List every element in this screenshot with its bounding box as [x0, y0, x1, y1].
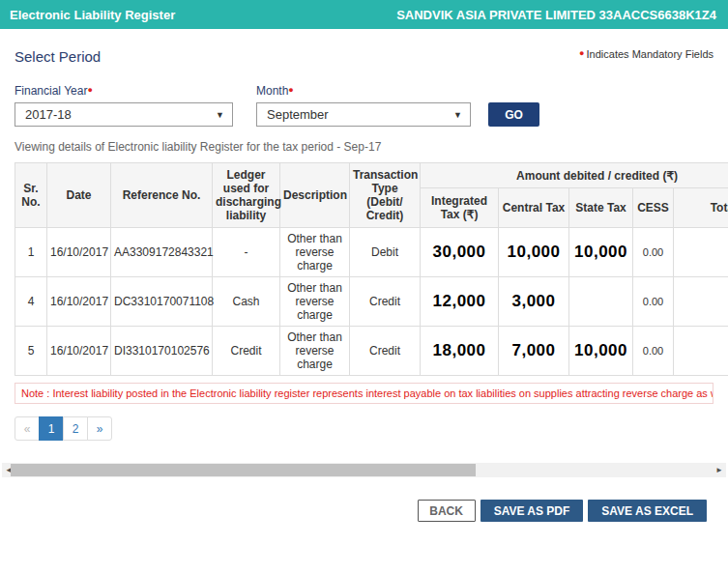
cell-sr-no: 4	[15, 277, 47, 327]
go-button[interactable]: GO	[488, 102, 539, 127]
cell-central-tax: 10,000	[499, 228, 569, 277]
cell-transaction-type: Credit	[350, 277, 421, 327]
col-group-amount: Amount debited / credited (₹)	[421, 163, 728, 188]
cell-integrated-tax: 12,000	[421, 277, 499, 327]
pagination-prev-button[interactable]: «	[15, 416, 40, 441]
financial-year-label: Financial Year●	[15, 84, 233, 98]
cell-cess: 0.00	[633, 277, 674, 327]
action-buttons-row: BACK SAVE AS PDF SAVE AS EXCEL	[0, 500, 728, 522]
cell-date: 16/10/2017	[47, 228, 111, 277]
cell-total	[674, 277, 728, 327]
col-header-ledger: Ledger used for discharging liability	[213, 163, 280, 228]
interest-liability-note: Note : Interest liability posted in the …	[15, 383, 713, 404]
cell-ledger: Credit	[213, 327, 280, 376]
month-select[interactable]: September ▼	[256, 102, 471, 127]
cell-state-tax: 10,000	[569, 327, 633, 376]
cell-integrated-tax: 18,000	[421, 327, 499, 376]
financial-year-select[interactable]: 2017-18 ▼	[15, 102, 233, 127]
cell-ledger: Cash	[213, 277, 280, 327]
col-header-sr-no: Sr. No.	[15, 163, 47, 228]
mandatory-dot-icon: ●	[579, 48, 584, 58]
col-header-date: Date	[47, 163, 111, 228]
col-header-state-tax: State Tax	[569, 188, 633, 228]
taxpayer-name-gstin: SANDVIK ASIA PRIVATE LIMITED 33AACCS6638…	[396, 8, 716, 22]
chevron-down-icon: ▼	[453, 110, 462, 120]
mandatory-fields-note: ●Indicates Mandatory Fields	[579, 48, 713, 60]
col-header-central-tax: Central Tax	[499, 188, 569, 228]
table-row: 4 16/10/2017 DC3310170071108 Cash Other …	[15, 277, 728, 327]
pagination-page-1[interactable]: 1	[39, 416, 64, 441]
cell-central-tax: 7,000	[499, 327, 569, 376]
cell-sr-no: 5	[15, 327, 47, 376]
cell-date: 16/10/2017	[47, 327, 111, 376]
col-header-total: Total	[674, 188, 728, 228]
mandatory-dot-icon: ●	[87, 85, 92, 95]
liability-table-container: Sr. No. Date Reference No. Ledger used f…	[15, 162, 728, 376]
financial-year-value: 2017-18	[25, 107, 72, 122]
pagination-next-button[interactable]: »	[87, 416, 112, 441]
cell-transaction-type: Credit	[350, 327, 421, 376]
cell-central-tax: 3,000	[499, 277, 569, 327]
cell-description: Other than reverse charge	[280, 327, 350, 376]
cell-integrated-tax: 30,000	[421, 228, 499, 277]
scrollbar-thumb[interactable]	[11, 464, 476, 476]
col-header-reference-no: Reference No.	[111, 163, 213, 228]
col-header-description: Description	[280, 163, 350, 228]
col-header-transaction-type: Transaction Type (Debit/ Credit)	[350, 163, 421, 228]
cell-reference-no: AA3309172843321	[111, 228, 213, 277]
cell-date: 16/10/2017	[47, 277, 111, 327]
table-row: 5 16/10/2017 DI3310170102576 Credit Othe…	[15, 327, 728, 376]
cell-description: Other than reverse charge	[280, 277, 350, 327]
cell-total	[674, 228, 728, 277]
back-button[interactable]: BACK	[418, 500, 476, 522]
cell-description: Other than reverse charge	[280, 228, 350, 277]
cell-cess: 0.00	[633, 327, 674, 376]
pagination-page-2[interactable]: 2	[63, 416, 88, 441]
mandatory-dot-icon: ●	[288, 85, 293, 95]
col-header-integrated-tax: Integrated Tax (₹)	[421, 188, 499, 228]
cell-ledger: -	[213, 228, 280, 277]
cell-state-tax: 10,000	[569, 228, 633, 277]
col-header-cess: CESS	[633, 188, 674, 228]
month-value: September	[267, 107, 329, 122]
cell-reference-no: DI3310170102576	[111, 327, 213, 376]
cell-transaction-type: Debit	[350, 228, 421, 277]
cell-sr-no: 1	[15, 228, 47, 277]
month-label: Month●	[256, 84, 471, 98]
save-as-pdf-button[interactable]: SAVE AS PDF	[480, 500, 584, 522]
pagination: « 1 2 »	[15, 416, 713, 441]
viewing-details-text: Viewing details of Electronic liability …	[15, 140, 713, 154]
cell-reference-no: DC3310170071108	[111, 277, 213, 327]
select-period-heading: Select Period	[15, 48, 101, 65]
save-as-excel-button[interactable]: SAVE AS EXCEL	[588, 500, 707, 522]
horizontal-scrollbar[interactable]: ◄ ►	[2, 463, 726, 477]
top-header-bar: Electronic Liability Register SANDVIK AS…	[0, 0, 728, 29]
liability-register-table: Sr. No. Date Reference No. Ledger used f…	[15, 162, 728, 376]
scroll-right-arrow-icon[interactable]: ►	[713, 463, 726, 477]
cell-cess: 0.00	[633, 228, 674, 277]
chevron-down-icon: ▼	[216, 110, 224, 120]
page-title: Electronic Liability Register	[10, 8, 175, 22]
table-row: 1 16/10/2017 AA3309172843321 - Other tha…	[15, 228, 728, 277]
cell-total	[674, 327, 728, 376]
cell-state-tax	[569, 277, 633, 327]
